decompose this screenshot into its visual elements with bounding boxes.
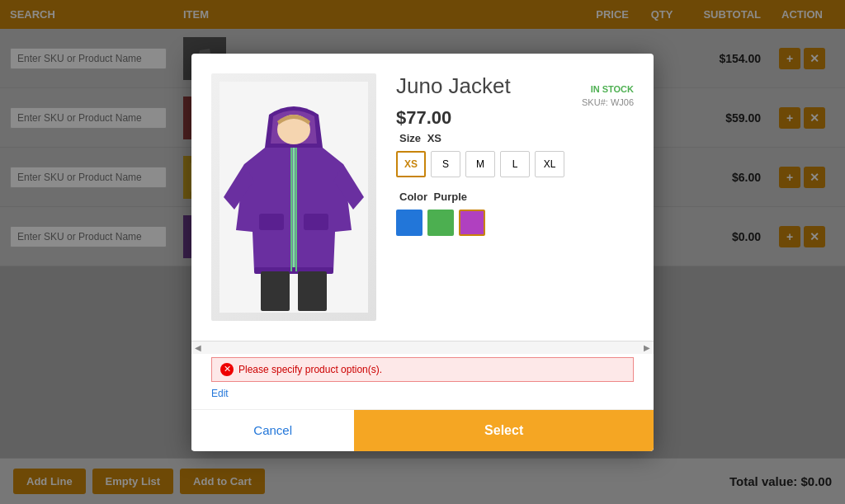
svg-rect-10 [259,214,284,230]
modal-info: Juno Jacket $77.00 IN STOCK SKU#: WJ06 S… [396,73,634,321]
edit-link[interactable]: Edit [201,386,238,406]
error-icon: ✕ [220,363,234,376]
cancel-button[interactable]: Cancel [191,410,354,450]
size-options: XS S M L XL [396,151,634,177]
product-sku: SKU#: WJ06 [582,97,634,107]
size-m-button[interactable]: M [465,151,495,177]
error-container: ✕ Please specify product option(s). Edit [191,354,654,409]
modal-body: Juno Jacket $77.00 IN STOCK SKU#: WJ06 S… [191,54,654,341]
error-message: ✕ Please specify product option(s). [211,357,634,382]
error-text: Please specify product option(s). [238,364,382,375]
size-xs-button[interactable]: XS [396,151,426,177]
svg-rect-15 [298,271,327,311]
product-price: $77.00 [396,107,451,129]
scroll-left-icon[interactable]: ◀ [195,343,201,352]
color-purple-swatch[interactable] [459,210,485,236]
modal-scroll-hint: ◀ ▶ [191,341,654,354]
stock-status: IN STOCK [582,84,634,94]
product-image [211,73,376,321]
scroll-right-icon[interactable]: ▶ [644,343,650,352]
select-button[interactable]: Select [354,410,654,451]
svg-rect-14 [261,271,290,311]
color-blue-swatch[interactable] [396,210,422,236]
svg-rect-11 [304,214,328,230]
color-green-swatch[interactable] [427,210,454,236]
size-label: Size XS [396,132,634,144]
product-options-modal: Juno Jacket $77.00 IN STOCK SKU#: WJ06 S… [191,54,654,451]
size-xl-button[interactable]: XL [535,151,564,177]
color-label: Color Purple [396,191,634,203]
modal-overlay: Juno Jacket $77.00 IN STOCK SKU#: WJ06 S… [0,0,845,504]
size-s-button[interactable]: S [431,151,460,177]
color-options [396,210,634,236]
size-l-button[interactable]: L [500,151,530,177]
modal-footer: Cancel Select [191,409,654,451]
